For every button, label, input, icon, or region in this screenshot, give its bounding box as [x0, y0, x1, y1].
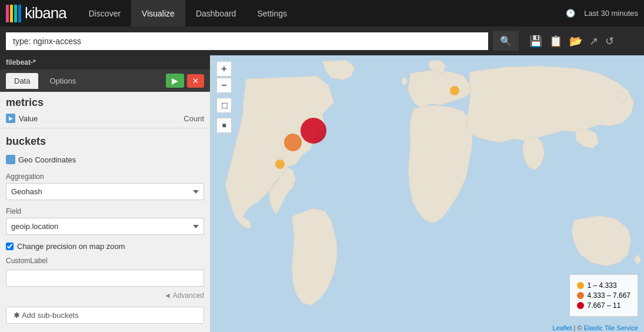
main-nav: Discover Visualize Dashboard Settings: [78, 0, 298, 26]
aggregation-label: Aggregation: [6, 172, 204, 181]
metrics-title: metrics: [0, 92, 210, 111]
footer-pipe: | ©: [574, 324, 584, 331]
refresh-icon[interactable]: ↺: [605, 35, 614, 48]
legend-item-1: 1 – 4.333: [577, 281, 630, 290]
legend-label-1: 1 – 4.333: [588, 281, 617, 290]
custom-label-label: CustomLabel: [6, 257, 204, 265]
layer-button[interactable]: ■: [216, 118, 232, 133]
legend-dot-3: [577, 302, 584, 309]
save-icon[interactable]: 💾: [529, 35, 542, 48]
search-button[interactable]: 🔍: [493, 31, 519, 51]
bar-blue: [18, 5, 21, 22]
aggregation-select[interactable]: Geohash: [6, 183, 204, 200]
bar-pink: [6, 5, 9, 22]
legend-label-2: 4.333 – 7.667: [588, 291, 630, 300]
nav-settings[interactable]: Settings: [246, 0, 298, 26]
bar-teal: [14, 5, 17, 22]
legend-label-3: 7.667 – 11: [588, 301, 621, 310]
custom-label-input[interactable]: [6, 270, 204, 287]
metric-item: ▶ Value Count: [0, 111, 210, 125]
nav-visualize[interactable]: Visualize: [131, 0, 185, 26]
main-layout: filebeat-* Data Options ▶ ✕ metrics ▶ Va…: [0, 55, 644, 332]
open-icon[interactable]: 📂: [569, 35, 582, 48]
field-select[interactable]: geoip.location: [6, 218, 204, 235]
index-pattern: filebeat-*: [0, 55, 210, 69]
add-sub-buckets-button[interactable]: ✱ Add sub-buckets: [6, 307, 204, 324]
nav-right: 🕐 Last 30 minutes: [566, 9, 638, 18]
map-dot-europe-yellow: [450, 86, 459, 95]
custom-label-group: CustomLabel: [0, 254, 210, 289]
bar-yellow: [10, 5, 13, 22]
field-group: Field geoip.location: [0, 204, 210, 238]
kibana-logo-text: kibana: [25, 4, 66, 22]
map-ctrl-separator-2: [216, 114, 232, 117]
crop-button[interactable]: ⬚: [216, 98, 232, 113]
copy-icon[interactable]: 📋: [549, 35, 562, 48]
precision-checkbox[interactable]: [6, 243, 14, 250]
toolbar-icons: 💾 📋 📂 ↗ ↺: [529, 35, 614, 48]
kibana-logo: kibana: [6, 4, 66, 22]
metric-icon-shape: ▶: [9, 115, 13, 121]
precision-label: Change precision on map zoom: [17, 242, 125, 251]
map-controls: + − ⬚ ■: [216, 61, 232, 133]
elastic-tile-link[interactable]: Elastic Tile Service: [584, 324, 638, 331]
tab-data[interactable]: Data: [6, 73, 38, 89]
panel-tabs: Data Options ▶ ✕: [0, 69, 210, 92]
top-nav: kibana Discover Visualize Dashboard Sett…: [0, 0, 644, 26]
bucket-section: Geo Coordinates: [0, 150, 210, 169]
divider-1: [0, 128, 210, 128]
map-dot-small-yellow: [275, 160, 285, 169]
left-panel: filebeat-* Data Options ▶ ✕ metrics ▶ Va…: [0, 55, 211, 332]
nav-discover[interactable]: Discover: [78, 0, 131, 26]
search-bar: 🔍 💾 📋 📂 ↗ ↺: [0, 26, 644, 55]
zoom-in-button[interactable]: +: [216, 61, 232, 77]
legend-dot-2: [577, 292, 584, 299]
map-area: + − ⬚ ■ 1 – 4.333 4.333 – 7.667 7.667 – …: [211, 55, 644, 332]
share-icon[interactable]: ↗: [589, 35, 598, 48]
metric-label: Value: [19, 114, 180, 123]
map-dot-large-red: [301, 118, 326, 144]
map-legend: 1 – 4.333 4.333 – 7.667 7.667 – 11: [569, 274, 638, 317]
metric-count: Count: [183, 114, 204, 123]
map-ctrl-separator: [216, 94, 232, 97]
precision-checkbox-row: Change precision on map zoom: [0, 238, 210, 254]
advanced-link[interactable]: ◄ Advanced: [0, 289, 210, 302]
search-input[interactable]: [6, 32, 488, 50]
legend-item-2: 4.333 – 7.667: [577, 291, 630, 300]
bucket-item: Geo Coordinates: [6, 152, 204, 167]
bucket-toggle[interactable]: [6, 155, 15, 164]
time-label: Last 30 minutes: [584, 9, 638, 18]
legend-dot-1: [577, 282, 584, 289]
leaflet-link[interactable]: Leaflet: [553, 324, 572, 331]
map-dot-medium-orange: [284, 134, 302, 151]
run-button[interactable]: ▶: [166, 74, 184, 88]
cancel-button[interactable]: ✕: [187, 74, 204, 88]
map-footer: Leaflet | © Elastic Tile Service: [553, 324, 638, 331]
nav-dashboard[interactable]: Dashboard: [185, 0, 247, 26]
field-label: Field: [6, 207, 204, 215]
clock-icon: 🕐: [566, 9, 575, 18]
tab-options[interactable]: Options: [41, 73, 84, 89]
zoom-out-button[interactable]: −: [216, 78, 232, 93]
metric-icon: ▶: [6, 114, 15, 123]
buckets-title: buckets: [0, 131, 210, 150]
aggregation-group: Aggregation Geohash: [0, 169, 210, 204]
legend-item-3: 7.667 – 11: [577, 301, 630, 310]
kibana-bars: [6, 5, 21, 22]
bucket-label: Geo Coordinates: [18, 155, 76, 164]
